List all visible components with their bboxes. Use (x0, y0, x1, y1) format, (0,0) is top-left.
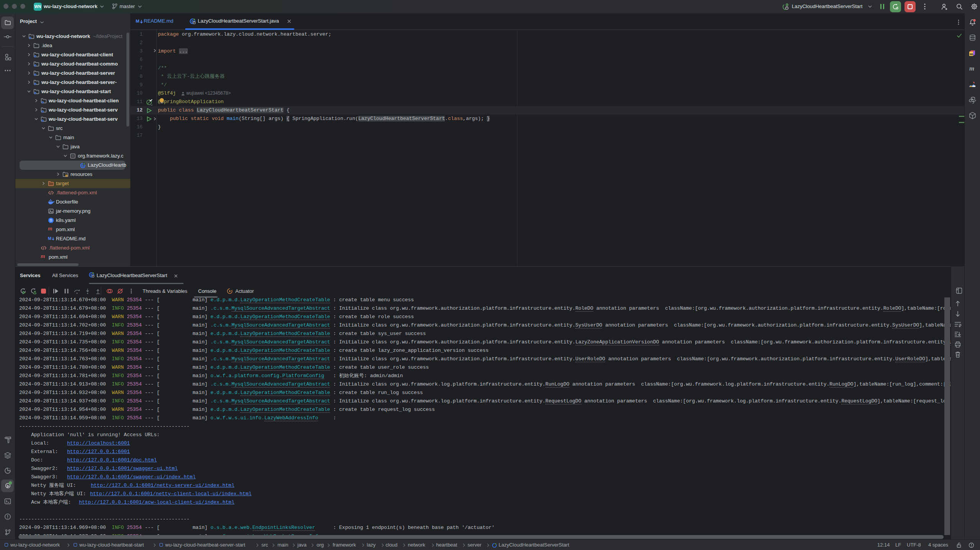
svg-text:ML: ML (970, 53, 974, 56)
